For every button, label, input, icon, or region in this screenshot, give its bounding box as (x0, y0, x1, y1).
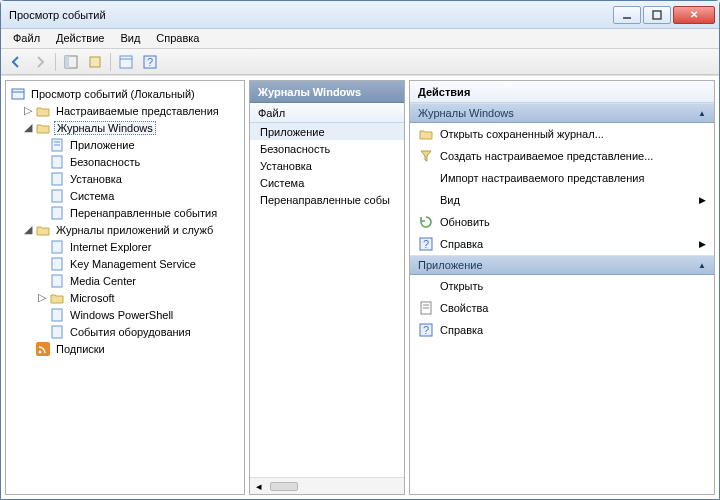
tree-app-kms[interactable]: Key Management Service (8, 255, 242, 272)
blank-icon (418, 170, 434, 186)
toolbar: ? (1, 49, 719, 75)
menu-view[interactable]: Вид (112, 29, 148, 48)
back-button[interactable] (5, 51, 27, 73)
action-view[interactable]: Вид▶ (410, 189, 714, 211)
list-item-system[interactable]: Система (250, 174, 404, 191)
tree-log-system[interactable]: Система (8, 187, 242, 204)
actions-group-application[interactable]: Приложение▲ (410, 255, 714, 275)
folder-icon (35, 222, 51, 238)
properties-button[interactable] (115, 51, 137, 73)
list-item-label: Безопасность (260, 143, 330, 155)
action-label: Справка (440, 324, 483, 336)
export-button[interactable] (84, 51, 106, 73)
tree-app-ie[interactable]: Internet Explorer (8, 238, 242, 255)
tree-root-label: Просмотр событий (Локальный) (29, 88, 197, 100)
list-item-application[interactable]: Приложение (250, 123, 404, 140)
action-label: Обновить (440, 216, 490, 228)
menu-file[interactable]: Файл (5, 29, 48, 48)
svg-rect-16 (52, 190, 62, 202)
folder-icon (35, 103, 51, 119)
list-item-forwarded[interactable]: Перенаправленные собы (250, 191, 404, 208)
actions-group-windows-logs[interactable]: Журналы Windows▲ (410, 103, 714, 123)
action-open-saved-log[interactable]: Открыть сохраненный журнал... (410, 123, 714, 145)
titlebar[interactable]: Просмотр событий ✕ (1, 1, 719, 29)
column-header-file[interactable]: Файл (250, 103, 404, 123)
tree-label: Windows PowerShell (68, 309, 175, 321)
expand-icon[interactable]: ▷ (22, 105, 33, 116)
collapse-icon[interactable]: ◢ (22, 224, 33, 235)
filter-icon (418, 148, 434, 164)
action-create-custom-view[interactable]: Создать настраиваемое представление... (410, 145, 714, 167)
tree-label: Internet Explorer (68, 241, 153, 253)
list-item-setup[interactable]: Установка (250, 157, 404, 174)
svg-point-24 (39, 350, 42, 353)
log-icon (49, 324, 65, 340)
scroll-thumb[interactable] (270, 482, 298, 491)
tree-log-setup[interactable]: Установка (8, 170, 242, 187)
svg-rect-5 (120, 56, 132, 68)
tree-pane: Просмотр событий (Локальный) ▷ Настраива… (5, 80, 245, 495)
collapse-icon: ▲ (698, 109, 706, 118)
action-help-2[interactable]: ?Справка (410, 319, 714, 341)
submenu-arrow-icon: ▶ (699, 195, 706, 205)
action-help[interactable]: ?Справка▶ (410, 233, 714, 255)
show-tree-button[interactable] (60, 51, 82, 73)
tree-app-ps[interactable]: Windows PowerShell (8, 306, 242, 323)
close-button[interactable]: ✕ (673, 6, 715, 24)
horizontal-scrollbar[interactable]: ◂ (250, 477, 404, 494)
tree-app-mc[interactable]: Media Center (8, 272, 242, 289)
log-icon (49, 273, 65, 289)
toolbar-separator (55, 53, 56, 71)
tree-log-security[interactable]: Безопасность (8, 153, 242, 170)
tree-label: Подписки (54, 343, 107, 355)
action-import-custom-view[interactable]: Импорт настраиваемого представления (410, 167, 714, 189)
tree-label: Media Center (68, 275, 138, 287)
tree-app-hw[interactable]: События оборудования (8, 323, 242, 340)
log-icon (49, 307, 65, 323)
tree-subscriptions[interactable]: Подписки (8, 340, 242, 357)
action-refresh[interactable]: Обновить (410, 211, 714, 233)
tree-root[interactable]: Просмотр событий (Локальный) (8, 85, 242, 102)
menu-action[interactable]: Действие (48, 29, 112, 48)
actions-pane: Действия Журналы Windows▲ Открыть сохран… (409, 80, 715, 495)
tree-log-forwarded[interactable]: Перенаправленные события (8, 204, 242, 221)
minimize-button[interactable] (613, 6, 641, 24)
svg-rect-18 (52, 241, 62, 253)
maximize-button[interactable] (643, 6, 671, 24)
action-label: Вид (440, 194, 460, 206)
log-icon (49, 205, 65, 221)
collapse-icon[interactable]: ◢ (22, 122, 33, 133)
blank-icon (418, 278, 434, 294)
folder-icon (35, 120, 51, 136)
list-item-label: Система (260, 177, 304, 189)
list-item-security[interactable]: Безопасность (250, 140, 404, 157)
tree-label: Безопасность (68, 156, 142, 168)
list-item-label: Установка (260, 160, 312, 172)
scroll-left-icon[interactable]: ◂ (256, 480, 262, 493)
group-label: Приложение (418, 259, 483, 271)
middle-pane: Журналы Windows Файл Приложение Безопасн… (249, 80, 405, 495)
eventviewer-icon (10, 86, 26, 102)
tree-custom-views[interactable]: ▷ Настраиваемые представления (8, 102, 242, 119)
action-label: Справка (440, 238, 483, 250)
action-properties[interactable]: Свойства (410, 297, 714, 319)
forward-button[interactable] (29, 51, 51, 73)
menu-help[interactable]: Справка (148, 29, 207, 48)
submenu-arrow-icon: ▶ (699, 239, 706, 249)
tree-app-logs[interactable]: ◢ Журналы приложений и служб (8, 221, 242, 238)
tree-app-ms[interactable]: ▷Microsoft (8, 289, 242, 306)
expand-icon[interactable]: ▷ (36, 292, 47, 303)
tree-label: Key Management Service (68, 258, 198, 270)
tree-label: Перенаправленные события (68, 207, 219, 219)
help-icon: ? (418, 322, 434, 338)
svg-rect-21 (52, 309, 62, 321)
action-open[interactable]: Открыть (410, 275, 714, 297)
open-log-icon (418, 126, 434, 142)
refresh-icon (418, 214, 434, 230)
help-button[interactable]: ? (139, 51, 161, 73)
svg-rect-1 (653, 11, 661, 19)
tree-log-application[interactable]: Приложение (8, 136, 242, 153)
tree-windows-logs[interactable]: ◢ Журналы Windows (8, 119, 242, 136)
svg-rect-22 (52, 326, 62, 338)
svg-text:?: ? (147, 56, 153, 68)
